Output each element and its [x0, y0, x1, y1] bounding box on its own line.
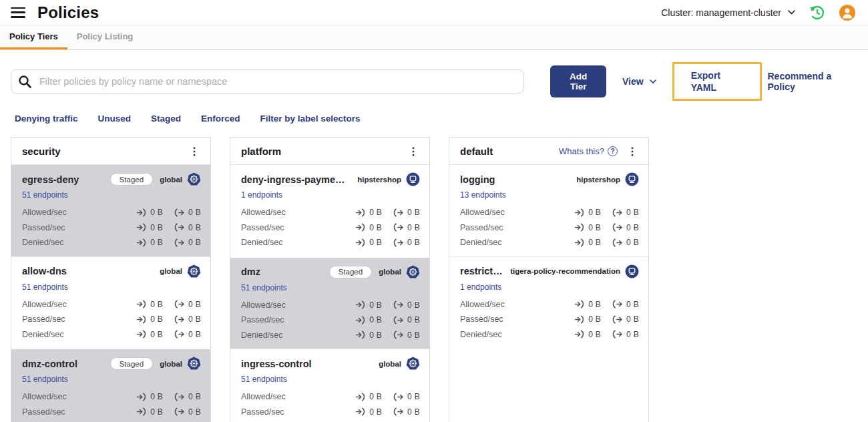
view-dropdown-button[interactable]: View — [622, 76, 656, 87]
traffic-out-icon — [174, 238, 185, 247]
traffic-out-icon — [174, 315, 185, 324]
metric-in-value: 0 B — [150, 223, 163, 232]
policy-scope-label: hipstershop — [357, 176, 401, 184]
namespace-scope-icon — [625, 172, 639, 186]
filter-link-denying-traffic[interactable]: Denying traffic — [15, 114, 78, 124]
staged-badge: Staged — [110, 357, 153, 370]
tier-cards: logging hipstershop — [449, 165, 648, 348]
policy-name: logging — [460, 174, 570, 185]
traffic-in-icon — [136, 223, 147, 232]
metric-in-value: 0 B — [150, 392, 163, 401]
policy-metrics: Allowed/sec 0 B 0 B Passed/sec — [241, 205, 420, 250]
staged-badge: Staged — [110, 173, 153, 186]
kebab-menu-icon[interactable]: ⋮ — [405, 146, 421, 157]
traffic-out-icon — [393, 331, 404, 339]
endpoints-link[interactable]: 1 endpoints — [460, 282, 501, 292]
metric-out-value: 0 B — [407, 223, 420, 232]
metric-row: Denied/sec 0 B 0 B — [241, 419, 420, 422]
metric-label: Denied/sec — [241, 238, 283, 247]
policy-metrics: Allowed/sec 0 B 0 B Passed/sec — [241, 298, 420, 343]
endpoints-link[interactable]: 51 endpoints — [241, 375, 287, 384]
policy-card[interactable]: egress-deny Staged global — [11, 165, 210, 256]
policy-card[interactable]: logging hipstershop — [449, 165, 648, 256]
kebab-menu-icon[interactable]: ⋮ — [186, 146, 202, 157]
metric-in-value: 0 B — [369, 392, 382, 401]
metric-row: Denied/sec 0 B 0 B — [460, 235, 639, 250]
policy-card[interactable]: restricted tigera-policy-recommendation — [449, 256, 648, 349]
filter-link-enforced[interactable]: Enforced — [201, 114, 240, 124]
tab-policy-listing[interactable]: Policy Listing — [67, 25, 143, 49]
metric-label: Denied/sec — [241, 331, 283, 340]
endpoints-link[interactable]: 51 endpoints — [22, 190, 68, 200]
filter-link-filter-by-label-selectors[interactable]: Filter by label selectors — [260, 114, 361, 124]
metric-row: Passed/sec 0 B 0 B — [22, 312, 201, 327]
metric-row: Denied/sec 0 B 0 B — [22, 327, 201, 343]
quick-filters: Denying trafficUnusedStagedEnforcedFilte… — [0, 101, 868, 124]
policy-card[interactable]: allow-dns global — [11, 256, 210, 349]
policy-card[interactable]: dmz-control Staged global — [11, 348, 210, 422]
policy-filter-input[interactable] — [11, 69, 524, 93]
metric-row: Denied/sec 0 B 0 B — [241, 328, 420, 343]
menu-icon[interactable] — [11, 7, 25, 18]
filter-link-unused[interactable]: Unused — [98, 114, 132, 124]
metric-label: Allowed/sec — [460, 300, 505, 309]
filter-link-staged[interactable]: Staged — [151, 114, 181, 124]
traffic-in-icon — [574, 223, 585, 232]
page-title: Policies — [37, 3, 99, 22]
metric-out-value: 0 B — [626, 208, 639, 217]
policy-card[interactable]: ingress-control global — [230, 349, 429, 422]
metric-in-value: 0 B — [369, 238, 382, 247]
endpoints-link[interactable]: 51 endpoints — [241, 283, 287, 292]
cluster-label: Cluster: management-cluster — [661, 7, 781, 18]
metric-in-value: 0 B — [369, 331, 382, 340]
namespace-scope-icon — [406, 172, 420, 186]
history-icon[interactable] — [809, 4, 825, 21]
policy-card[interactable]: dmz Staged global — [230, 256, 429, 349]
tab-policy-tiers[interactable]: Policy Tiers — [0, 25, 67, 49]
whats-this-link[interactable]: Whats this? ? — [559, 146, 618, 156]
traffic-out-icon — [393, 393, 404, 401]
help-icon: ? — [608, 146, 618, 156]
traffic-out-icon — [393, 407, 404, 416]
metric-label: Denied/sec — [460, 238, 502, 247]
cluster-selector[interactable]: Cluster: management-cluster — [661, 7, 795, 18]
metric-out-value: 0 B — [188, 314, 201, 324]
metric-row: Denied/sec 0 B 0 B — [241, 235, 420, 250]
metric-in-value: 0 B — [150, 407, 163, 417]
traffic-out-icon — [393, 223, 404, 232]
traffic-in-icon — [136, 330, 147, 339]
traffic-in-icon — [136, 238, 147, 247]
tier-header: security ? ⋮ — [11, 138, 210, 165]
add-tier-button[interactable]: Add Tier — [550, 65, 606, 97]
policy-scope-label: tigera-policy-recommendation — [510, 267, 620, 275]
policy-metrics: Allowed/sec 0 B 0 B Passed/sec — [22, 297, 201, 343]
tier-name: security — [22, 146, 61, 157]
metric-row: Allowed/sec 0 B 0 B — [241, 205, 420, 220]
policy-name: restricted — [460, 266, 503, 276]
endpoints-link[interactable]: 51 endpoints — [22, 375, 68, 384]
policy-card[interactable]: deny-ingress-paymentservi… hipstershop — [230, 165, 429, 256]
export-yaml-button[interactable]: Export YAML — [672, 62, 763, 101]
traffic-in-icon — [355, 223, 366, 232]
tier-cards: egress-deny Staged global — [11, 165, 210, 422]
kebab-menu-icon[interactable]: ⋮ — [624, 146, 640, 157]
metric-row: Allowed/sec 0 B 0 B — [22, 205, 201, 220]
endpoints-link[interactable]: 1 endpoints — [241, 190, 282, 200]
recommend-policy-button[interactable]: Recommend a Policy — [767, 71, 853, 92]
metric-label: Passed/sec — [241, 315, 284, 325]
metric-in-value: 0 B — [369, 407, 382, 417]
user-avatar-icon[interactable] — [839, 4, 856, 21]
metric-in-value: 0 B — [369, 300, 382, 310]
metric-out-value: 0 B — [188, 223, 201, 232]
metric-in-value: 0 B — [150, 330, 163, 339]
policy-name: egress-deny — [22, 174, 105, 185]
traffic-in-icon — [355, 238, 366, 247]
metric-out-value: 0 B — [407, 300, 420, 310]
metric-out-value: 0 B — [626, 238, 639, 247]
endpoints-link[interactable]: 51 endpoints — [22, 282, 68, 292]
endpoints-link[interactable]: 13 endpoints — [460, 190, 506, 200]
metric-label: Passed/sec — [241, 223, 284, 232]
traffic-out-icon — [174, 208, 185, 217]
policy-scope-label: global — [379, 360, 401, 368]
metric-label: Passed/sec — [460, 223, 503, 232]
